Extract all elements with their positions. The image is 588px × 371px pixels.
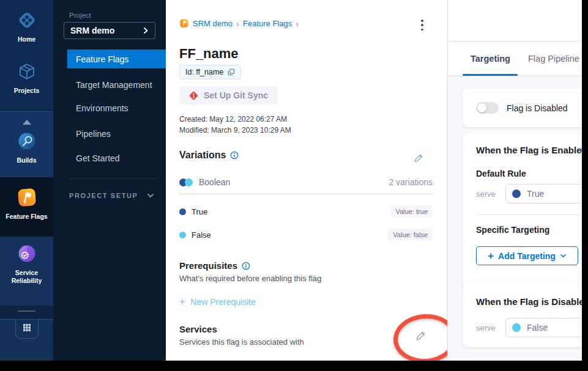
plus-icon: + [179,298,185,306]
projects-cube-icon [17,73,37,84]
serve-label: serve [476,189,496,199]
home-icon [17,22,37,32]
rail-item-feature-flags[interactable]: Feature Flags [0,187,53,221]
rail-item-service-reliability[interactable]: Service Reliability [0,243,53,285]
scroll-up-icon[interactable] [23,120,31,125]
flag-enabled-card: When the Flag is Enabled Default Rule se… [463,133,582,287]
project-section-label: Project [69,12,91,19]
specific-targeting-label: Specific Targeting [476,225,549,235]
rail-item-projects[interactable]: Projects [0,61,53,95]
kebab-menu-icon[interactable] [417,19,428,31]
chevron-right-icon [143,27,149,34]
card-divider [476,215,582,215]
prerequisites-title: Prerequisites [179,260,237,271]
services-edit-pencil-icon[interactable] [415,330,426,341]
copy-icon[interactable] [228,68,235,76]
tab-targeting[interactable]: Targeting [471,54,510,64]
module-grid-button[interactable] [15,320,39,339]
info-icon[interactable] [242,262,250,270]
breadcrumb-separator: › [296,20,299,28]
breadcrumb: SRM demo › Feature Flags › [179,18,299,28]
tab-flag-pipeline[interactable]: Flag Pipeline [528,54,579,64]
rail-section-gap-bg [0,306,53,320]
set-up-git-sync-button[interactable]: Set Up Git Sync [179,86,278,105]
services-title: Services [179,324,217,334]
true-dot-icon [179,208,186,215]
rail-item-label: Builds [0,156,53,164]
service-reliability-icon [17,255,37,266]
flag-detail-main: SRM demo › Feature Flags › FF_name Id: f… [166,0,447,361]
builds-icon [17,143,37,153]
add-targeting-label: Add Targeting [498,251,556,261]
flag-enabled-toggle[interactable] [476,102,499,114]
rail-item-label: Projects [0,87,53,95]
variations-edit-pencil-icon[interactable] [414,153,424,163]
feature-flags-logo-icon [17,199,37,210]
rail-item-label: Service Reliability [0,269,53,285]
sidebar-item-pipelines[interactable]: Pipelines [76,129,111,139]
screenshot-frame: Home Projects Builds Feature Flags Servi… [0,0,588,371]
git-icon [189,91,198,100]
chevron-down-icon [147,193,154,198]
default-rule-label: Default Rule [476,169,526,178]
flag-toggle-card: Flag is Disabled [463,89,582,127]
flag-toggle-label: Flag is Disabled [507,103,568,113]
rail-item-home[interactable]: Home [0,10,53,43]
rail-item-builds[interactable]: Builds [0,131,53,164]
rail-divider [0,111,53,112]
info-icon[interactable] [230,151,239,160]
grid-icon [23,323,31,334]
page-title: FF_name [179,46,239,62]
project-sidebar: Project SRM demo Feature Flags Target Ma… [53,0,166,361]
targeting-panel: Targeting Flag Pipeline Flag is Disabled… [447,0,582,361]
rail-mini-divider [18,310,35,312]
false-dot-icon [512,323,521,332]
variation-value-badge: Value: true [391,205,433,218]
sidebar-item-environments[interactable]: Environments [76,103,128,113]
flag-disabled-card: When the Flag is Disabled serve False [463,283,582,347]
new-prerequisite-label: New Prerequisite [190,297,256,307]
flag-id-badge: Id: ff_name [179,65,241,79]
git-sync-label: Set Up Git Sync [204,90,268,100]
boolean-dot-false-icon [185,178,193,186]
serve-variation-select[interactable]: True [505,184,582,204]
services-header: Services [179,324,217,334]
sidebar-divider [69,178,157,179]
services-subtitle: Services this flag is associated with [179,337,304,347]
project-setup-toggle[interactable]: PROJECT SETUP [69,192,154,199]
project-selector[interactable]: SRM demo [64,22,155,39]
panel-tabs: Targeting Flag Pipeline [448,42,582,76]
variation-type-row: Boolean 2 variations [179,177,433,188]
rule-edit-pencil-icon[interactable] [579,144,582,153]
created-date: Created: May 12, 2022 06:27 AM [179,115,287,123]
serve-label: serve [476,323,496,332]
project-setup-label: PROJECT SETUP [69,192,138,199]
sidebar-item-label: Feature Flags [76,54,128,64]
sidebar-item-feature-flags[interactable]: Feature Flags [67,50,166,68]
variation-type-label: Boolean [199,177,230,187]
prerequisites-subtitle: What's required before enabling this fla… [179,274,321,283]
new-prerequisite-link[interactable]: + New Prerequisite [179,297,256,307]
add-targeting-button[interactable]: + Add Targeting [476,246,578,265]
flag-id-text: Id: ff_name [185,68,223,76]
rail-item-label: Feature Flags [0,213,53,221]
project-selector-value: SRM demo [70,26,114,35]
variations-header: Variations [179,150,239,161]
breadcrumb-project-link[interactable]: SRM demo [193,19,233,28]
variation-name: False [192,230,211,240]
serve-select-value: False [527,323,548,332]
rail-item-label: Home [0,35,53,43]
serve-select-value: True [527,189,544,199]
variation-row-false: False Value: false [179,227,433,242]
sidebar-item-target-management[interactable]: Target Management [76,80,152,90]
plus-icon: + [488,251,494,260]
breadcrumb-section-link[interactable]: Feature Flags [243,19,292,28]
breadcrumb-flag-icon [179,18,189,28]
variations-divider [179,194,433,194]
sidebar-item-get-started[interactable]: Get Started [76,153,120,163]
active-tab-underline [463,74,518,76]
serve-variation-select[interactable]: False [505,318,582,337]
breadcrumb-separator: › [236,20,239,28]
module-rail: Home Projects Builds Feature Flags Servi… [0,0,53,361]
variation-row-true: True Value: true [179,204,433,219]
